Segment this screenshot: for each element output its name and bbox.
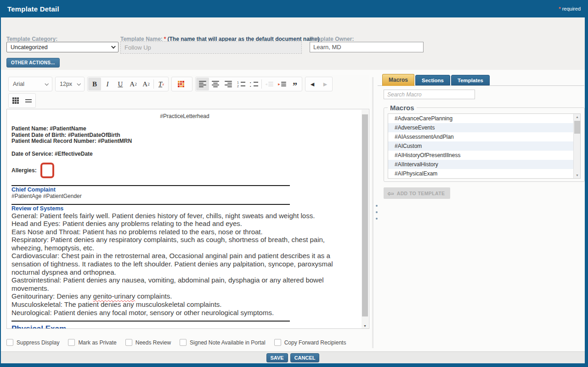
cancel-button[interactable]: CANCEL xyxy=(290,353,320,362)
checkbox-signed-note-portal[interactable]: Signed Note Available in Portal xyxy=(180,339,266,346)
note-options-row: Suppress Display Mark as Private Needs R… xyxy=(6,339,346,346)
tab-macros[interactable]: Macros xyxy=(382,74,414,86)
redo-button[interactable]: ▶ xyxy=(319,78,332,90)
action-bar: SAVE CANCEL xyxy=(1,351,585,363)
ros-line: Ears Nose and Throat: Patient has no pro… xyxy=(11,228,354,236)
ordered-list-icon: 1 2 xyxy=(237,81,245,87)
macro-list-item[interactable]: #AIIntervalHistory xyxy=(388,160,580,169)
undo-button[interactable]: ◀ xyxy=(306,78,319,90)
editor-toolbar: Arial 12px B I U A2 A2 Tx xyxy=(6,75,369,109)
table-icon xyxy=(12,97,19,104)
unordered-list-icon: • • xyxy=(250,81,258,87)
macro-list-item[interactable]: #AIPhysicalExam xyxy=(388,169,580,178)
template-form: Template Category: Uncategorized Templat… xyxy=(1,17,585,70)
ros-line: Musculoskeletal: The patient denies any … xyxy=(11,300,354,309)
macro-list-scrollbar[interactable]: ▲ ▼ xyxy=(573,114,580,178)
tab-templates[interactable]: Templates xyxy=(451,75,490,85)
template-category-select[interactable]: Uncategorized xyxy=(6,42,119,52)
tab-sections[interactable]: Sections xyxy=(415,75,450,85)
section-divider xyxy=(11,204,290,205)
macros-panel: Macros Sections Templates Macros #Advanc… xyxy=(378,73,584,349)
checkbox-icon[interactable] xyxy=(68,339,75,346)
outdent-icon: ◂ xyxy=(265,82,267,86)
macro-list-item[interactable]: #AIAssessmentAndPlan xyxy=(388,132,580,141)
ros-line: Neurological: Patient denies any focal m… xyxy=(11,309,354,317)
macro-list-item[interactable]: #AICustom xyxy=(388,141,580,151)
color-grid-icon xyxy=(178,81,184,87)
subscript-button[interactable]: A2 xyxy=(127,78,140,90)
checkbox-icon[interactable] xyxy=(180,339,187,346)
clear-formatting-button[interactable]: Tx xyxy=(155,78,168,90)
template-name-input[interactable] xyxy=(120,41,302,54)
align-center-button[interactable] xyxy=(209,78,222,90)
text-color-button[interactable] xyxy=(172,78,192,90)
insert-table-button[interactable] xyxy=(9,94,22,107)
font-group: Arial xyxy=(8,77,52,91)
checkbox-suppress-display[interactable]: Suppress Display xyxy=(6,339,59,346)
allergies-annotation-box xyxy=(40,163,54,178)
ros-heading: Review of Systems xyxy=(11,205,358,212)
patient-name-line: Patient Name: #PatientName xyxy=(11,126,358,132)
pane-splitter[interactable] xyxy=(372,77,373,348)
macro-list-item[interactable]: #AIHistoryOfPresentIllness xyxy=(388,151,580,160)
owner-label: Template Owner: xyxy=(310,36,354,42)
italic-button[interactable]: I xyxy=(101,78,114,90)
page-header: Template Detail *required xyxy=(0,0,588,17)
align-right-button[interactable] xyxy=(222,78,235,90)
template-owner-input[interactable] xyxy=(310,42,424,52)
checkbox-copy-forward-recipients[interactable]: Copy Forward Recipients xyxy=(274,339,346,346)
chevron-down-icon xyxy=(45,82,48,85)
insert-group xyxy=(8,93,36,108)
physical-exam-heading: Physical Exam xyxy=(11,324,358,329)
allergies-label: Allergies: xyxy=(11,167,37,174)
macro-list-item[interactable]: #AdvanceCarePlanning xyxy=(388,114,580,123)
patient-info-block: Patient Name: #PatientName Patient Date … xyxy=(11,126,358,145)
outdent-button[interactable]: ◂ xyxy=(263,78,276,90)
bold-button[interactable]: B xyxy=(88,78,101,90)
section-divider xyxy=(11,321,290,322)
indent-button[interactable]: ▸ xyxy=(276,78,288,90)
insert-hr-button[interactable] xyxy=(22,94,35,107)
macros-group-legend: Macros xyxy=(388,104,417,112)
checkbox-icon[interactable] xyxy=(274,339,281,346)
indent-icon: ▸ xyxy=(278,82,280,86)
other-actions-button[interactable]: OTHER ACTIONS... xyxy=(6,58,60,68)
superscript-button[interactable]: A2 xyxy=(140,78,153,90)
editor-content[interactable]: #PracticeLetterhead Patient Name: #Patie… xyxy=(6,109,369,329)
editor-scrollbar[interactable]: ▼ xyxy=(362,110,368,328)
macro-list[interactable]: #AdvanceCarePlanning#AdverseEvents#AIAss… xyxy=(388,113,581,179)
toolbar-row-2 xyxy=(6,91,369,108)
format-group: B I U A2 A2 Tx xyxy=(87,77,169,91)
font-family-dropdown[interactable]: Arial xyxy=(9,78,51,90)
checkbox-icon[interactable] xyxy=(125,339,132,346)
underline-button[interactable]: U xyxy=(114,78,127,90)
checkbox-icon[interactable] xyxy=(6,339,13,346)
macro-list-item[interactable]: #AdverseEvents xyxy=(388,123,580,132)
scroll-down-arrow-icon[interactable]: ▼ xyxy=(362,324,368,327)
scrollbar-thumb[interactable] xyxy=(574,121,580,134)
checkbox-needs-review[interactable]: Needs Review xyxy=(125,339,171,346)
letterhead-macro: #PracticeLetterhead xyxy=(11,113,358,119)
ros-line: Head and Eyes: Patient denies any proble… xyxy=(11,220,354,228)
scroll-up-arrow-icon[interactable]: ▲ xyxy=(574,115,581,119)
blockquote-button[interactable]: ” xyxy=(288,78,301,90)
allergies-row: Allergies: xyxy=(11,161,358,180)
toolbar-separator xyxy=(153,79,154,89)
ordered-list-button[interactable]: 1 2 xyxy=(235,78,248,90)
save-button[interactable]: SAVE xyxy=(266,353,288,362)
page-title: Template Detail xyxy=(7,5,59,13)
required-note: *required xyxy=(559,6,581,11)
color-group xyxy=(171,77,192,91)
search-macro-input[interactable] xyxy=(384,90,475,99)
category-selected-value: Uncategorized xyxy=(11,44,48,51)
ros-line: Cardiovascular: Chest pain in the retros… xyxy=(11,252,354,276)
unordered-list-button[interactable]: • • xyxy=(248,78,260,90)
frame-bottom-border xyxy=(0,363,588,367)
scrollbar-thumb[interactable] xyxy=(362,114,368,316)
add-to-template-button[interactable]: ⇦ ADD TO TEMPLATE xyxy=(384,187,450,199)
scroll-down-arrow-icon[interactable]: ▼ xyxy=(574,174,581,177)
checkbox-mark-as-private[interactable]: Mark as Private xyxy=(68,339,116,346)
font-size-dropdown[interactable]: 12px xyxy=(56,78,84,90)
required-asterisk: * xyxy=(559,6,560,11)
align-left-button[interactable] xyxy=(196,78,209,90)
